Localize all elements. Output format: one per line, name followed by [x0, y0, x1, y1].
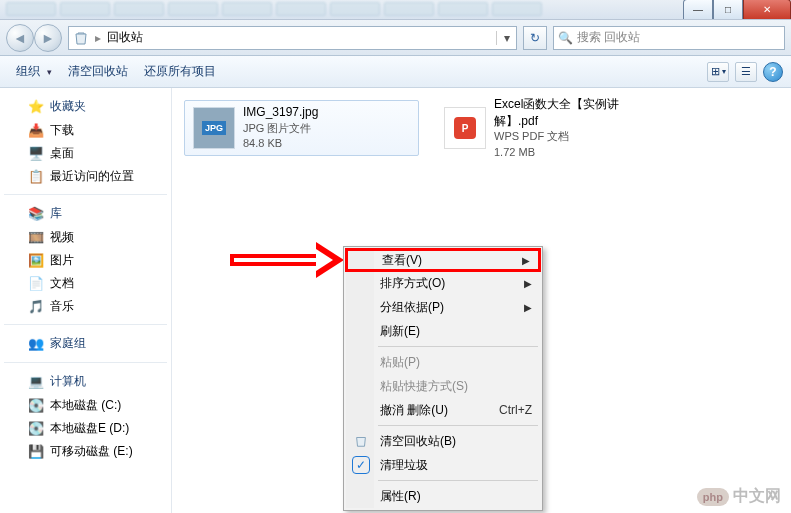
sidebar-favorites[interactable]: ⭐ 收藏夹: [0, 94, 171, 119]
minimize-button[interactable]: —: [683, 0, 713, 19]
annotation-arrow: [230, 244, 350, 274]
file-size: 1.72 MB: [494, 145, 661, 160]
sidebar: ⭐ 收藏夹 📥下载 🖥️桌面 📋最近访问的位置 📚 库 🎞️视频 🖼️图片 📄文…: [0, 88, 172, 513]
submenu-arrow-icon: ▶: [524, 302, 532, 313]
download-icon: 📥: [28, 123, 44, 139]
sidebar-disk-e[interactable]: 💾可移动磁盘 (E:): [0, 440, 171, 463]
file-type: JPG 图片文件: [243, 121, 318, 136]
jpg-thumbnail-icon: JPG: [193, 107, 235, 149]
breadcrumb-separator: ▸: [95, 31, 101, 45]
sidebar-recent[interactable]: 📋最近访问的位置: [0, 165, 171, 188]
recycle-bin-icon: [73, 30, 89, 46]
sidebar-libraries[interactable]: 📚 库: [0, 201, 171, 226]
sidebar-downloads[interactable]: 📥下载: [0, 119, 171, 142]
shield-icon: ✓: [352, 456, 370, 474]
file-item[interactable]: JPG IMG_3197.jpg JPG 图片文件 84.8 KB: [184, 100, 419, 156]
sidebar-music[interactable]: 🎵音乐: [0, 295, 171, 318]
forward-button[interactable]: ►: [34, 24, 62, 52]
sidebar-libraries-label: 库: [50, 205, 62, 222]
context-menu: 查看(V) ▶ 排序方式(O) ▶ 分组依据(P) ▶ 刷新(E) 粘贴(P) …: [343, 246, 543, 511]
search-icon: 🔍: [558, 31, 573, 45]
sidebar-item-label: 本地磁盘 (C:): [50, 397, 121, 414]
window-controls: — □ ✕: [683, 0, 791, 19]
sidebar-disk-d[interactable]: 💽本地磁盘E (D:): [0, 417, 171, 440]
search-input[interactable]: 🔍 搜索 回收站: [553, 26, 785, 50]
ctx-item-label: 分组依据(P): [380, 299, 444, 316]
disk-icon: 💽: [28, 398, 44, 414]
sidebar-separator: [4, 362, 167, 363]
ctx-item-label: 排序方式(O): [380, 275, 445, 292]
restore-all-button[interactable]: 还原所有项目: [136, 59, 224, 84]
preview-pane-button[interactable]: ☰: [735, 62, 757, 82]
pdf-thumbnail-icon: P: [444, 107, 486, 149]
sidebar-disk-c[interactable]: 💽本地磁盘 (C:): [0, 394, 171, 417]
ctx-properties[interactable]: 属性(R): [346, 484, 540, 508]
documents-icon: 📄: [28, 276, 44, 292]
ctx-sort[interactable]: 排序方式(O) ▶: [346, 271, 540, 295]
ctx-group[interactable]: 分组依据(P) ▶: [346, 295, 540, 319]
view-icon: ⊞: [711, 65, 720, 78]
file-size: 84.8 KB: [243, 136, 318, 151]
sidebar-item-label: 下载: [50, 122, 74, 139]
removable-disk-icon: 💾: [28, 444, 44, 460]
breadcrumb-location[interactable]: 回收站: [107, 29, 143, 46]
sidebar-computer-label: 计算机: [50, 373, 86, 390]
back-button[interactable]: ◄: [6, 24, 34, 52]
sidebar-separator: [4, 194, 167, 195]
file-type: WPS PDF 文档: [494, 129, 661, 144]
ctx-refresh[interactable]: 刷新(E): [346, 319, 540, 343]
star-icon: ⭐: [28, 99, 44, 115]
sidebar-item-label: 视频: [50, 229, 74, 246]
address-dropdown[interactable]: ▾: [496, 31, 512, 45]
watermark-badge: php: [697, 488, 729, 506]
maximize-button[interactable]: □: [713, 0, 743, 19]
toolbar: 组织 清空回收站 还原所有项目 ⊞▾ ☰ ?: [0, 56, 791, 88]
watermark-text: 中文网: [733, 486, 781, 507]
ctx-separator: [378, 425, 538, 426]
address-bar-row: ◄ ► ▸ 回收站 ▾ ↻ 🔍 搜索 回收站: [0, 20, 791, 56]
refresh-button[interactable]: ↻: [523, 26, 547, 50]
file-item[interactable]: P Excel函数大全【实例讲解】.pdf WPS PDF 文档 1.72 MB: [435, 100, 670, 156]
sidebar-item-label: 最近访问的位置: [50, 168, 134, 185]
sidebar-item-label: 文档: [50, 275, 74, 292]
disk-icon: 💽: [28, 421, 44, 437]
sidebar-documents[interactable]: 📄文档: [0, 272, 171, 295]
sidebar-videos[interactable]: 🎞️视频: [0, 226, 171, 249]
ctx-item-label: 查看(V): [382, 252, 422, 269]
sidebar-item-label: 本地磁盘E (D:): [50, 420, 129, 437]
recycle-bin-icon: [352, 432, 370, 450]
ctx-empty-bin[interactable]: 清空回收站(B): [346, 429, 540, 453]
view-layout-button[interactable]: ⊞▾: [707, 62, 729, 82]
ctx-clean-junk[interactable]: ✓ 清理垃圾: [346, 453, 540, 477]
sidebar-item-label: 桌面: [50, 145, 74, 162]
ctx-item-label: 粘贴快捷方式(S): [380, 378, 468, 395]
organize-button[interactable]: 组织: [8, 59, 60, 84]
computer-icon: 💻: [28, 374, 44, 390]
empty-bin-button[interactable]: 清空回收站: [60, 59, 136, 84]
file-name: Excel函数大全【实例讲解】.pdf: [494, 96, 661, 130]
ctx-view[interactable]: 查看(V) ▶: [345, 248, 541, 272]
sidebar-pictures[interactable]: 🖼️图片: [0, 249, 171, 272]
help-button[interactable]: ?: [763, 62, 783, 82]
video-icon: 🎞️: [28, 230, 44, 246]
ctx-item-label: 属性(R): [380, 488, 421, 505]
sidebar-item-label: 图片: [50, 252, 74, 269]
address-box[interactable]: ▸ 回收站 ▾: [68, 26, 517, 50]
ctx-item-label: 清空回收站(B): [380, 433, 456, 450]
sidebar-homegroup[interactable]: 👥 家庭组: [0, 331, 171, 356]
submenu-arrow-icon: ▶: [524, 278, 532, 289]
titlebar: — □ ✕: [0, 0, 791, 20]
sidebar-homegroup-label: 家庭组: [50, 335, 86, 352]
ctx-paste-shortcut: 粘贴快捷方式(S): [346, 374, 540, 398]
file-name: IMG_3197.jpg: [243, 104, 318, 121]
ctx-undo-delete[interactable]: 撤消 删除(U) Ctrl+Z: [346, 398, 540, 422]
sidebar-computer[interactable]: 💻 计算机: [0, 369, 171, 394]
ctx-item-label: 清理垃圾: [380, 457, 428, 474]
ctx-shortcut: Ctrl+Z: [499, 403, 532, 417]
close-button[interactable]: ✕: [743, 0, 791, 19]
sidebar-item-label: 音乐: [50, 298, 74, 315]
sidebar-desktop[interactable]: 🖥️桌面: [0, 142, 171, 165]
search-placeholder: 搜索 回收站: [577, 29, 640, 46]
sidebar-separator: [4, 324, 167, 325]
recent-icon: 📋: [28, 169, 44, 185]
